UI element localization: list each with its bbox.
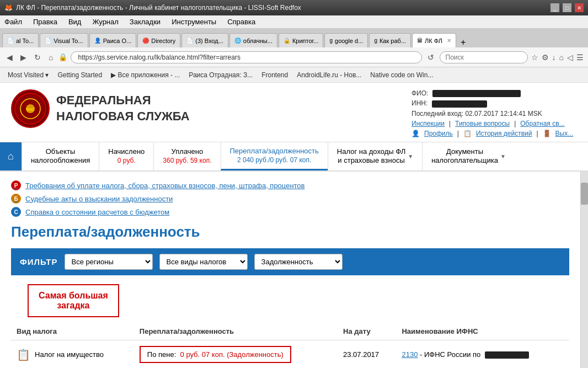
certificate-icon: С — [11, 207, 21, 217]
data-table: Вид налога Переплата/задолженность На да… — [11, 323, 569, 368]
bookmark-raisa[interactable]: Раиса Отрадная: З... — [185, 71, 256, 79]
bookmark-apps[interactable]: ▶ Все приложения - ... — [108, 71, 183, 79]
logo-emblem: ФНС — [11, 89, 50, 128]
tab-2[interactable]: 👤Раиса О... — [89, 33, 137, 47]
tab-5[interactable]: 🌐облачны... — [229, 33, 277, 47]
content-area: Р Требования об уплате налога, сбора, ст… — [0, 172, 588, 368]
bookmark-frontend[interactable]: Frontend — [258, 71, 291, 79]
bookmark-most-visited[interactable]: Most Visited ▾ — [4, 71, 52, 79]
inspections-link[interactable]: Инспекции — [411, 120, 445, 127]
nav-balance[interactable]: Переплата/задолженность 2 040 руб./0 руб… — [221, 142, 328, 170]
forward-button[interactable]: ▶ — [18, 52, 29, 63]
titlebar-left: 🦊 ЛК ФЛ - Переплата/задолженность - Личн… — [4, 4, 301, 12]
browser-addressbar: ◀ ▶ ↻ ⌂ 🔒 ↺ ☆ ⚙ ↓ ⌂ ◁ ☰ — [0, 47, 588, 67]
inn-label: ИНН: — [411, 99, 427, 107]
menu-edit[interactable]: Правка — [31, 17, 60, 27]
callout-box: Самая большая загадка — [28, 284, 119, 317]
close-button[interactable]: ✕ — [575, 3, 584, 12]
fio-value — [432, 90, 521, 97]
inn-row: ИНН: — [411, 99, 577, 107]
browser-titlebar: 🦊 ЛК ФЛ - Переплата/задолженность - Личн… — [0, 0, 588, 15]
col-date: На дату — [338, 323, 396, 340]
site-nav: ⌂ Объектыналогообложения Начислено 0 руб… — [0, 142, 588, 172]
menu-help[interactable]: Справка — [225, 17, 258, 27]
tax-type-filter[interactable]: Все виды налогов — [159, 254, 248, 270]
bookmark-native[interactable]: Native code on Win... — [367, 71, 436, 79]
col-ifns: Наименование ИФНС — [396, 323, 569, 340]
menu-icon[interactable]: ⚙ — [542, 53, 549, 62]
refresh-button[interactable]: ↺ — [425, 52, 436, 63]
nav-objects[interactable]: Объектыналогообложения — [22, 142, 99, 170]
menu-file[interactable]: Файл — [2, 17, 24, 27]
tab-7[interactable]: ggoogle d... — [324, 33, 368, 47]
ifns-link[interactable]: 2130 — [402, 350, 418, 359]
tab-0[interactable]: 📄al To... — [2, 33, 39, 47]
link-court[interactable]: Б Судебные акты о взыскании задолженност… — [11, 194, 569, 204]
scrollbar-thumb[interactable] — [581, 183, 588, 205]
history-link[interactable]: История действий — [476, 130, 532, 137]
link-certificate[interactable]: С Справка о состоянии расчетов с бюджето… — [11, 207, 569, 217]
ifns-cell: 2130 - ИФНС России по — [396, 340, 569, 368]
menu-journal[interactable]: Журнал — [90, 17, 120, 27]
date-cell: 23.07.2017 — [338, 340, 396, 368]
address-input[interactable] — [71, 51, 421, 63]
nav-income-tax[interactable]: Налог на доходы ФЛи страховые взносы ▼ — [328, 142, 422, 170]
faq-link[interactable]: Типовые вопросы — [455, 120, 510, 127]
menu-view[interactable]: Вид — [66, 17, 84, 27]
link-requirements[interactable]: Р Требования об уплате налога, сбора, ст… — [11, 180, 569, 190]
tax-icon: 📋 — [17, 348, 30, 361]
menu-bookmarks[interactable]: Закладки — [127, 17, 163, 27]
exit-link[interactable]: Вых... — [555, 130, 574, 137]
feedback-link[interactable]: Обратная св... — [520, 120, 564, 127]
browser-icon: 🦊 — [4, 4, 13, 12]
tab-active[interactable]: 🏛ЛК ФЛ✕ — [412, 33, 456, 47]
nav-home[interactable]: ⌂ — [0, 142, 22, 170]
bookmark-getting-started[interactable]: Getting Started — [54, 71, 105, 79]
menu-tools[interactable]: Инструменты — [169, 17, 218, 27]
address-action-icons: ☆ ⚙ ↓ ⌂ ◁ ☰ — [531, 53, 584, 62]
tab-8[interactable]: gКак раб... — [369, 33, 411, 47]
filter-bar: ФИЛЬТР Все регионы Все виды налогов Задо… — [11, 248, 569, 275]
debt-highlight-box: По пене: 0 руб. 07 коп. (Задолженность) — [140, 346, 291, 363]
site-header-right: ФИО: ИНН: Последний вход: 02.07.2017 12:… — [411, 89, 577, 137]
star-icon[interactable]: ☆ — [531, 53, 538, 62]
debt-label: По пене: — [147, 350, 176, 359]
tab-1[interactable]: 📄Visual To... — [40, 33, 88, 47]
window-controls: _ □ ✕ — [550, 3, 584, 12]
profile-link[interactable]: Профиль — [424, 130, 453, 137]
site-header: ФНС ФЕДЕРАЛЬНАЯНАЛОГОВАЯ СЛУЖБА ФИО: ИНН… — [0, 83, 588, 142]
nav-charged[interactable]: Начислено 0 руб. — [99, 142, 153, 170]
region-filter[interactable]: Все регионы — [65, 254, 153, 270]
search-input[interactable] — [440, 51, 528, 63]
logo-text: ФЕДЕРАЛЬНАЯНАЛОГОВАЯ СЛУЖБА — [56, 93, 190, 124]
nav-documents[interactable]: Документыналогоплательщика ▼ — [422, 142, 515, 170]
back-button[interactable]: ◀ — [4, 52, 15, 63]
col-tax-name: Вид налога — [11, 323, 134, 340]
nav-arrow-icon[interactable]: ◁ — [567, 53, 573, 62]
burger-menu-icon[interactable]: ☰ — [576, 53, 584, 62]
scrollbar[interactable] — [580, 172, 588, 368]
download-icon[interactable]: ↓ — [552, 53, 556, 62]
exit-icon: 🚪 — [543, 130, 551, 137]
bookmark-androidlife[interactable]: AndroidLife.ru - Нов... — [293, 71, 365, 79]
profile-icon[interactable]: ⌂ — [559, 53, 564, 62]
profile-icon-header: 👤 — [411, 130, 420, 137]
fio-row: ФИО: — [411, 89, 577, 97]
maximize-button[interactable]: □ — [563, 3, 571, 12]
tab-directory[interactable]: 🔴Directory — [137, 33, 180, 47]
reload-button[interactable]: ↻ — [32, 52, 43, 63]
fio-label: ФИО: — [411, 89, 428, 97]
last-login: Последний вход: 02.07.2017 12:14:41 MSK — [411, 110, 577, 118]
status-filter[interactable]: Задолженность — [254, 254, 343, 270]
requirements-icon: Р — [11, 180, 21, 190]
home-nav-button[interactable]: ⌂ — [46, 52, 55, 63]
minimize-button[interactable]: _ — [550, 3, 559, 12]
browser-bookmarks: Most Visited ▾ Getting Started ▶ Все при… — [0, 67, 588, 83]
col-balance: Переплата/задолженность — [134, 323, 338, 340]
tab-4[interactable]: 📄(3) Вход... — [181, 33, 228, 47]
tab-6[interactable]: 🔒Криптог... — [279, 33, 324, 47]
ifns-name-redacted — [485, 351, 529, 359]
nav-paid[interactable]: Уплачено 360 руб. 59 коп. — [153, 142, 220, 170]
new-tab-button[interactable]: + — [457, 38, 469, 47]
tax-name-cell: 📋 Налог на имущество — [11, 340, 134, 368]
